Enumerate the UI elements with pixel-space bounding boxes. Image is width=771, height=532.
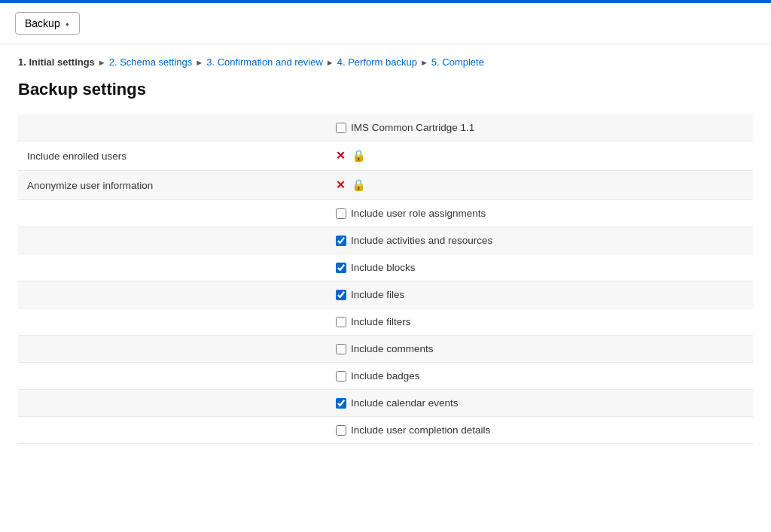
table-row: Include activities and resources: [18, 227, 753, 254]
calendar-events-checkbox[interactable]: [336, 398, 346, 409]
blocks-text: Include blocks: [351, 262, 416, 273]
label-cell: Anonymize user information: [18, 171, 327, 200]
comments-text: Include comments: [351, 343, 434, 354]
page-title: Backup settings: [18, 80, 753, 99]
control-cell: Include user role assignments: [327, 200, 753, 227]
badges-text: Include badges: [351, 370, 420, 382]
table-row: Include files: [18, 281, 753, 309]
table-row: IMS Common Cartridge 1.1: [18, 114, 753, 141]
blocks-checkbox[interactable]: [336, 263, 346, 273]
lock-icon: 🔒: [352, 149, 366, 163]
x-icon: ✕: [336, 149, 346, 163]
breadcrumb-item-3[interactable]: 3. Confirmation and review: [206, 56, 323, 68]
blocks-label[interactable]: Include blocks: [336, 262, 744, 273]
label-cell: [18, 227, 327, 254]
calendar-events-label[interactable]: Include calendar events: [336, 397, 744, 409]
label-cell: [18, 417, 327, 444]
breadcrumb-item-5[interactable]: 5. Complete: [431, 56, 484, 68]
label-cell: [18, 281, 327, 309]
ims-common-cartridge-checkbox[interactable]: [336, 123, 346, 133]
table-row: Include badges: [18, 363, 753, 390]
control-cell: Include activities and resources: [327, 227, 753, 254]
activities-resources-text: Include activities and resources: [351, 235, 492, 246]
label-cell: [18, 336, 327, 363]
badges-label[interactable]: Include badges: [336, 370, 744, 382]
control-cell: Include comments: [327, 336, 753, 363]
control-cell: Include files: [327, 281, 753, 309]
activities-resources-label[interactable]: Include activities and resources: [336, 235, 744, 246]
user-role-assignments-checkbox[interactable]: [336, 208, 346, 219]
label-cell: [18, 390, 327, 417]
label-cell: [18, 254, 327, 281]
badges-checkbox[interactable]: [336, 371, 346, 382]
filters-checkbox[interactable]: [336, 317, 346, 327]
comments-label[interactable]: Include comments: [336, 343, 744, 354]
calendar-events-text: Include calendar events: [351, 397, 459, 409]
label-cell: [18, 114, 327, 141]
comments-checkbox[interactable]: [336, 344, 346, 354]
user-completion-text: Include user completion details: [351, 424, 490, 436]
control-cell: ✕ 🔒: [327, 141, 574, 170]
label-cell: [18, 200, 327, 227]
label-cell: [18, 363, 327, 390]
x-icon: ✕: [336, 178, 346, 192]
label-cell: Include enrolled users: [18, 141, 327, 171]
table-row: Include blocks: [18, 254, 753, 281]
settings-table: IMS Common Cartridge 1.1 Include enrolle…: [18, 114, 753, 444]
header-area: Backup ⬧: [0, 3, 771, 44]
table-row: Include user completion details: [18, 417, 753, 444]
files-checkbox[interactable]: [336, 290, 346, 300]
table-row: Include comments: [18, 336, 753, 363]
breadcrumb: 1. Initial settings ► 2. Schema settings…: [18, 56, 753, 68]
user-completion-label[interactable]: Include user completion details: [336, 424, 744, 436]
table-row: Include filters: [18, 309, 753, 336]
backup-button-label: Backup: [25, 17, 60, 29]
user-role-assignments-text: Include user role assignments: [351, 208, 486, 219]
breadcrumb-separator-4: ►: [420, 58, 428, 67]
breadcrumb-separator-1: ►: [98, 58, 106, 67]
files-label[interactable]: Include files: [336, 289, 744, 300]
control-cell: IMS Common Cartridge 1.1: [327, 114, 753, 141]
control-cell: Include blocks: [327, 254, 753, 281]
main-content: 1. Initial settings ► 2. Schema settings…: [0, 44, 771, 456]
filters-text: Include filters: [351, 316, 411, 327]
breadcrumb-separator-3: ►: [326, 58, 334, 67]
table-row: Include enrolled users ✕ 🔒: [18, 141, 753, 171]
lock-icon: 🔒: [352, 178, 366, 192]
control-cell: Include user completion details: [327, 417, 753, 444]
user-role-assignments-label[interactable]: Include user role assignments: [336, 208, 744, 219]
control-cell: Include filters: [327, 309, 753, 336]
ims-common-cartridge-label: IMS Common Cartridge 1.1: [351, 122, 474, 133]
user-completion-checkbox[interactable]: [336, 425, 346, 436]
breadcrumb-separator-2: ►: [195, 58, 203, 67]
table-row: Include calendar events: [18, 390, 753, 417]
control-cell: Include badges: [327, 363, 753, 390]
breadcrumb-item-1[interactable]: 1. Initial settings: [18, 56, 95, 68]
breadcrumb-item-4[interactable]: 4. Perform backup: [337, 56, 417, 68]
ims-common-cartridge-checkbox-label[interactable]: IMS Common Cartridge 1.1: [336, 122, 744, 133]
table-row: Include user role assignments: [18, 200, 753, 227]
activities-resources-checkbox[interactable]: [336, 236, 346, 246]
backup-button[interactable]: Backup ⬧: [15, 12, 80, 35]
filters-label[interactable]: Include filters: [336, 316, 744, 327]
files-text: Include files: [351, 289, 404, 300]
backup-button-caret: ⬧: [65, 19, 70, 28]
control-cell: ✕ 🔒: [327, 171, 574, 199]
breadcrumb-item-2[interactable]: 2. Schema settings: [109, 56, 193, 68]
table-row: Anonymize user information ✕ 🔒: [18, 171, 753, 200]
label-cell: [18, 309, 327, 336]
control-cell: Include calendar events: [327, 390, 753, 417]
